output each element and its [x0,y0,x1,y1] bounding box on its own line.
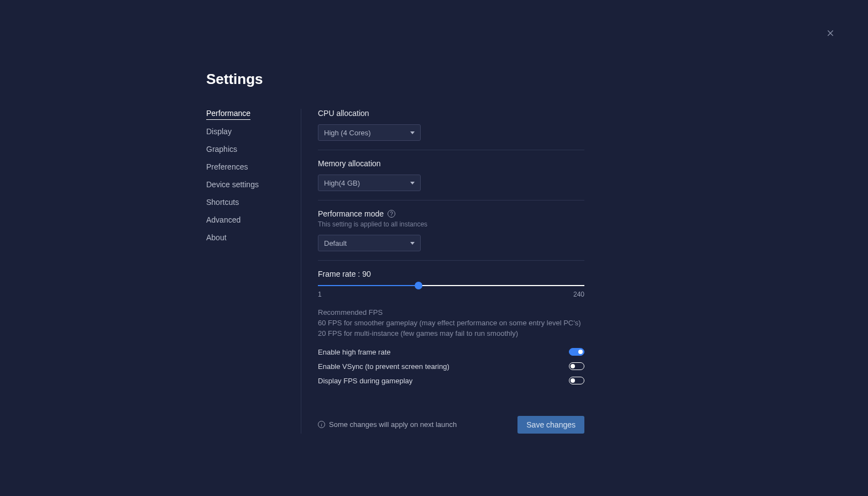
settings-content: CPU allocation High (4 Cores) Memory all… [301,109,584,434]
framerate-section: Frame rate : 90 1 240 Recommended FPS 60… [318,270,584,394]
help-icon[interactable]: ? [388,210,395,218]
cpu-select-value: High (4 Cores) [324,129,371,137]
toggle-label-high-fps: Enable high frame rate [318,348,391,356]
sidebar-item-display[interactable]: Display [206,127,232,138]
sidebar-item-graphics[interactable]: Graphics [206,145,237,155]
toggle-show-fps[interactable] [569,377,584,384]
chevron-down-icon [410,131,415,134]
sidebar-item-about[interactable]: About [206,233,227,244]
save-changes-button[interactable]: Save changes [517,416,584,434]
memory-section: Memory allocation High(4 GB) [318,159,584,200]
cpu-section: CPU allocation High (4 Cores) [318,109,584,150]
close-button[interactable] [825,28,836,39]
footer: i Some changes will apply on next launch… [318,416,584,434]
sidebar-item-preferences[interactable]: Preferences [206,162,248,173]
memory-label: Memory allocation [318,159,584,168]
recommended-fps-title: Recommended FPS [318,308,584,316]
close-icon [826,29,835,38]
toggle-row-show-fps: Display FPS during gameplay [318,377,584,385]
memory-select-value: High(4 GB) [324,179,360,187]
perfmode-label: Performance mode ? [318,209,584,218]
sidebar-item-performance[interactable]: Performance [206,109,250,120]
toggle-label-vsync: Enable VSync (to prevent screen tearing) [318,362,449,371]
framerate-min: 1 [318,291,322,298]
memory-select[interactable]: High(4 GB) [318,175,421,191]
footer-note-text: Some changes will apply on next launch [329,420,457,429]
footer-note: i Some changes will apply on next launch [318,420,457,429]
cpu-select[interactable]: High (4 Cores) [318,124,421,141]
slider-thumb[interactable] [415,282,422,289]
settings-sidebar: Performance Display Graphics Preferences… [206,109,301,434]
sidebar-item-shortcuts[interactable]: Shortcuts [206,198,239,208]
toggle-label-show-fps: Display FPS during gameplay [318,377,412,385]
framerate-max: 240 [573,291,584,298]
info-icon: i [318,421,325,428]
recommended-fps-body: 60 FPS for smoother gameplay (may effect… [318,318,584,339]
perfmode-select[interactable]: Default [318,235,421,251]
cpu-label: CPU allocation [318,109,584,118]
perfmode-section: Performance mode ? This setting is appli… [318,209,584,261]
toggle-row-vsync: Enable VSync (to prevent screen tearing) [318,362,584,371]
toggle-vsync[interactable] [569,362,584,370]
perfmode-sublabel: This setting is applied to all instances [318,220,584,228]
framerate-label: Frame rate : 90 [318,270,584,278]
toggle-high-fps[interactable] [569,348,584,356]
framerate-slider[interactable]: 1 240 [318,285,584,298]
perfmode-label-text: Performance mode [318,209,384,218]
toggle-row-high-fps: Enable high frame rate [318,348,584,356]
page-title: Settings [206,71,868,88]
chevron-down-icon [410,242,415,245]
sidebar-item-advanced[interactable]: Advanced [206,215,240,226]
perfmode-select-value: Default [324,239,347,247]
sidebar-item-device-settings[interactable]: Device settings [206,180,259,191]
chevron-down-icon [410,182,415,184]
